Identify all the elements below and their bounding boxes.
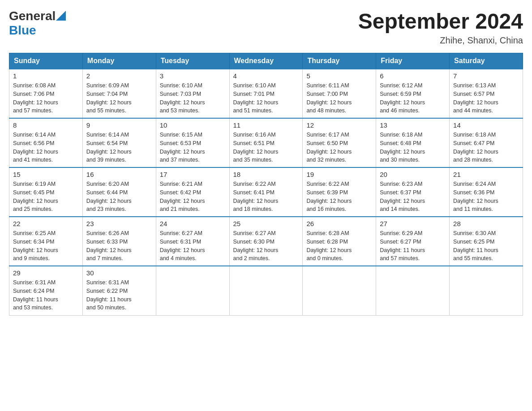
day-info: Sunrise: 6:24 AMSunset: 6:36 PMDaylight:… xyxy=(453,180,519,214)
day-info: Sunrise: 6:15 AMSunset: 6:53 PMDaylight:… xyxy=(160,131,226,164)
logo-wordmark: General Blue xyxy=(9,9,67,38)
day-info: Sunrise: 6:13 AMSunset: 6:57 PMDaylight:… xyxy=(453,81,519,115)
calendar-cell: 22 Sunrise: 6:25 AMSunset: 6:34 PMDaylig… xyxy=(9,217,83,266)
calendar-cell: 5 Sunrise: 6:11 AMSunset: 7:00 PMDayligh… xyxy=(303,69,376,118)
calendar-cell: 9 Sunrise: 6:14 AMSunset: 6:54 PMDayligh… xyxy=(82,118,156,167)
page-header: General Blue September 2024 Zhihe, Shanx… xyxy=(9,9,523,46)
day-number: 11 xyxy=(233,121,299,129)
day-number: 28 xyxy=(453,220,519,227)
calendar-cell: 23 Sunrise: 6:26 AMSunset: 6:33 PMDaylig… xyxy=(82,217,156,266)
calendar-cell: 11 Sunrise: 6:16 AMSunset: 6:51 PMDaylig… xyxy=(229,118,303,167)
calendar-cell: 24 Sunrise: 6:27 AMSunset: 6:31 PMDaylig… xyxy=(156,217,229,266)
day-info: Sunrise: 6:11 AMSunset: 7:00 PMDaylight:… xyxy=(306,81,372,115)
calendar-cell: 29 Sunrise: 6:31 AMSunset: 6:24 PMDaylig… xyxy=(9,266,83,315)
day-number: 7 xyxy=(453,72,519,80)
day-number: 23 xyxy=(86,220,152,227)
day-info: Sunrise: 6:10 AMSunset: 7:03 PMDaylight:… xyxy=(160,81,226,115)
calendar-cell: 19 Sunrise: 6:22 AMSunset: 6:39 PMDaylig… xyxy=(303,167,376,217)
calendar-cell xyxy=(376,266,450,315)
day-info: Sunrise: 6:08 AMSunset: 7:06 PMDaylight:… xyxy=(13,81,79,115)
day-number: 10 xyxy=(160,121,226,129)
day-info: Sunrise: 6:31 AMSunset: 6:22 PMDaylight:… xyxy=(86,278,152,312)
day-number: 15 xyxy=(13,171,79,178)
calendar-cell: 8 Sunrise: 6:14 AMSunset: 6:56 PMDayligh… xyxy=(9,118,83,167)
day-number: 3 xyxy=(160,72,226,80)
calendar-cell: 12 Sunrise: 6:17 AMSunset: 6:50 PMDaylig… xyxy=(303,118,376,167)
day-info: Sunrise: 6:22 AMSunset: 6:39 PMDaylight:… xyxy=(306,180,372,214)
day-number: 22 xyxy=(13,220,79,227)
calendar-cell: 28 Sunrise: 6:30 AMSunset: 6:25 PMDaylig… xyxy=(450,217,523,266)
day-number: 30 xyxy=(86,269,152,277)
svg-marker-0 xyxy=(56,11,66,21)
day-info: Sunrise: 6:18 AMSunset: 6:48 PMDaylight:… xyxy=(380,131,446,164)
calendar-cell xyxy=(450,266,523,315)
day-info: Sunrise: 6:28 AMSunset: 6:28 PMDaylight:… xyxy=(306,229,372,263)
calendar-cell: 3 Sunrise: 6:10 AMSunset: 7:03 PMDayligh… xyxy=(156,69,229,118)
day-info: Sunrise: 6:17 AMSunset: 6:50 PMDaylight:… xyxy=(306,131,372,164)
day-info: Sunrise: 6:10 AMSunset: 7:01 PMDaylight:… xyxy=(233,81,299,115)
day-number: 13 xyxy=(380,121,446,129)
day-number: 18 xyxy=(233,171,299,178)
title-block: September 2024 Zhihe, Shanxi, China xyxy=(358,9,523,46)
day-info: Sunrise: 6:20 AMSunset: 6:44 PMDaylight:… xyxy=(86,180,152,214)
day-info: Sunrise: 6:22 AMSunset: 6:41 PMDaylight:… xyxy=(233,180,299,214)
calendar-cell: 1 Sunrise: 6:08 AMSunset: 7:06 PMDayligh… xyxy=(9,69,83,118)
calendar-cell: 7 Sunrise: 6:13 AMSunset: 6:57 PMDayligh… xyxy=(450,69,523,118)
calendar-cell: 18 Sunrise: 6:22 AMSunset: 6:41 PMDaylig… xyxy=(229,167,303,217)
day-info: Sunrise: 6:25 AMSunset: 6:34 PMDaylight:… xyxy=(13,229,79,263)
calendar-cell xyxy=(156,266,229,315)
calendar-cell: 6 Sunrise: 6:12 AMSunset: 6:59 PMDayligh… xyxy=(376,69,450,118)
day-number: 29 xyxy=(13,269,79,277)
calendar-cell: 26 Sunrise: 6:28 AMSunset: 6:28 PMDaylig… xyxy=(303,217,376,266)
calendar-cell: 4 Sunrise: 6:10 AMSunset: 7:01 PMDayligh… xyxy=(229,69,303,118)
day-info: Sunrise: 6:18 AMSunset: 6:47 PMDaylight:… xyxy=(453,131,519,164)
logo: General Blue xyxy=(9,9,67,38)
day-number: 25 xyxy=(233,220,299,227)
day-number: 19 xyxy=(306,171,372,178)
logo-blue: Blue xyxy=(9,23,36,37)
header-wednesday: Wednesday xyxy=(229,53,303,69)
calendar-cell: 17 Sunrise: 6:21 AMSunset: 6:42 PMDaylig… xyxy=(156,167,229,217)
day-number: 6 xyxy=(380,72,446,80)
day-info: Sunrise: 6:27 AMSunset: 6:31 PMDaylight:… xyxy=(160,229,226,263)
day-info: Sunrise: 6:31 AMSunset: 6:24 PMDaylight:… xyxy=(13,278,79,312)
header-thursday: Thursday xyxy=(303,53,376,69)
day-number: 16 xyxy=(86,171,152,178)
logo-general: General xyxy=(9,9,56,23)
month-title: September 2024 xyxy=(358,9,523,34)
day-info: Sunrise: 6:16 AMSunset: 6:51 PMDaylight:… xyxy=(233,131,299,164)
day-info: Sunrise: 6:23 AMSunset: 6:37 PMDaylight:… xyxy=(380,180,446,214)
day-number: 14 xyxy=(453,121,519,129)
day-info: Sunrise: 6:14 AMSunset: 6:54 PMDaylight:… xyxy=(86,131,152,164)
week-row-3: 15 Sunrise: 6:19 AMSunset: 6:45 PMDaylig… xyxy=(9,167,523,217)
calendar-cell: 25 Sunrise: 6:27 AMSunset: 6:30 PMDaylig… xyxy=(229,217,303,266)
day-info: Sunrise: 6:26 AMSunset: 6:33 PMDaylight:… xyxy=(86,229,152,263)
day-number: 2 xyxy=(86,72,152,80)
day-info: Sunrise: 6:30 AMSunset: 6:25 PMDaylight:… xyxy=(453,229,519,263)
day-info: Sunrise: 6:29 AMSunset: 6:27 PMDaylight:… xyxy=(380,229,446,263)
calendar-cell: 10 Sunrise: 6:15 AMSunset: 6:53 PMDaylig… xyxy=(156,118,229,167)
calendar-cell xyxy=(229,266,303,315)
header-saturday: Saturday xyxy=(450,53,523,69)
week-row-2: 8 Sunrise: 6:14 AMSunset: 6:56 PMDayligh… xyxy=(9,118,523,167)
calendar-cell: 20 Sunrise: 6:23 AMSunset: 6:37 PMDaylig… xyxy=(376,167,450,217)
day-number: 26 xyxy=(306,220,372,227)
calendar-cell: 30 Sunrise: 6:31 AMSunset: 6:22 PMDaylig… xyxy=(82,266,156,315)
day-number: 24 xyxy=(160,220,226,227)
day-info: Sunrise: 6:09 AMSunset: 7:04 PMDaylight:… xyxy=(86,81,152,115)
calendar-cell: 13 Sunrise: 6:18 AMSunset: 6:48 PMDaylig… xyxy=(376,118,450,167)
day-number: 12 xyxy=(306,121,372,129)
calendar-table: Sunday Monday Tuesday Wednesday Thursday… xyxy=(9,53,523,316)
day-number: 20 xyxy=(380,171,446,178)
header-tuesday: Tuesday xyxy=(156,53,229,69)
weekday-header-row: Sunday Monday Tuesday Wednesday Thursday… xyxy=(9,53,523,69)
week-row-1: 1 Sunrise: 6:08 AMSunset: 7:06 PMDayligh… xyxy=(9,69,523,118)
day-number: 21 xyxy=(453,171,519,178)
header-monday: Monday xyxy=(82,53,156,69)
day-number: 27 xyxy=(380,220,446,227)
calendar-cell: 27 Sunrise: 6:29 AMSunset: 6:27 PMDaylig… xyxy=(376,217,450,266)
day-info: Sunrise: 6:12 AMSunset: 6:59 PMDaylight:… xyxy=(380,81,446,115)
header-sunday: Sunday xyxy=(9,53,83,69)
calendar-cell xyxy=(303,266,376,315)
day-number: 8 xyxy=(13,121,79,129)
